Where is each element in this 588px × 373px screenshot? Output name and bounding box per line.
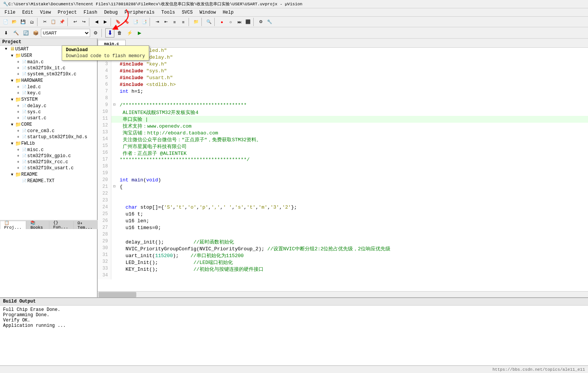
- debug-run-btn[interactable]: ●: [218, 18, 226, 26]
- target-selector[interactable]: USART: [41, 29, 90, 37]
- paste-btn[interactable]: 📌: [58, 18, 66, 26]
- tree-file-startup[interactable]: + 📄 startup_stm32f10x_hd.s: [0, 134, 97, 140]
- window-title: C:\Users\Mistake\Documents\Tencent Files…: [8, 1, 303, 7]
- file-icon-main: 📄: [21, 60, 27, 64]
- code-line-29: 29 delay_init(); //延时函数初始化: [98, 239, 588, 245]
- col-align2-btn[interactable]: ≡: [179, 18, 187, 26]
- menu-item-tools[interactable]: Tools: [158, 9, 178, 16]
- open-btn[interactable]: 📂: [10, 18, 19, 26]
- code-line-17: 17 *************************************…: [98, 157, 588, 164]
- menu-item-svcs[interactable]: SVCS: [179, 9, 196, 16]
- project-tree: ▼ 🖥 USART ▼ 📁 USER + 📄 main.c + 📄: [0, 46, 97, 184]
- unindent-btn[interactable]: ⇤: [162, 18, 170, 26]
- code-line-5: 5 #include "usart.h": [98, 75, 588, 82]
- code-area[interactable]: 1 #include "led.h" 2 #include "delay.h" …: [98, 48, 588, 291]
- tree-group-fwlib[interactable]: ▼ 📁 FWLib: [0, 140, 97, 147]
- debug-step2-btn[interactable]: ⬛: [244, 18, 252, 26]
- bookmark4-btn[interactable]: 📑: [140, 18, 148, 26]
- download-arrow-indicator: [103, 8, 134, 30]
- sep5: [150, 18, 152, 26]
- hscroll-bar[interactable]: [98, 291, 588, 297]
- menu-item-project[interactable]: Project: [55, 9, 80, 16]
- col-align-btn[interactable]: ≡: [170, 18, 179, 26]
- code-line-6: 6 #include <stdlib.h>: [98, 82, 588, 89]
- tree-file-system[interactable]: + 📄 system_stm32f10x.c: [0, 71, 97, 77]
- expand-placeholder-misc: +: [15, 148, 21, 152]
- tab-functions[interactable]: {} Fun...: [49, 221, 73, 229]
- tree-file-usart[interactable]: + 📄 usart.c: [0, 115, 97, 121]
- tree-file-core-cm3[interactable]: + 📄 core_cm3.c: [0, 128, 97, 134]
- tree-file-misc[interactable]: + 📄 misc.c: [0, 147, 97, 153]
- save-btn[interactable]: 💾: [19, 18, 27, 26]
- new-file-btn[interactable]: 📄: [2, 18, 10, 26]
- tree-file-sys[interactable]: + 📄 sys.c: [0, 109, 97, 115]
- tree-file-readmetxt[interactable]: 📄 README.TXT: [0, 178, 97, 184]
- expand-placeholder-sysc: +: [15, 110, 21, 114]
- undo-btn[interactable]: ↩: [71, 18, 79, 26]
- menu-item-flash[interactable]: Flash: [81, 9, 100, 16]
- tree-group-system[interactable]: ▼ 📁 SYSTEM: [0, 96, 97, 103]
- tree-file-delay[interactable]: + 📄 delay.c: [0, 103, 97, 109]
- target-options-btn[interactable]: ⚙: [91, 28, 100, 37]
- options-btn[interactable]: 🔧: [265, 18, 274, 26]
- indent-btn[interactable]: ⇥: [153, 18, 161, 26]
- batch-build-btn[interactable]: 📦: [31, 28, 40, 37]
- copy-btn[interactable]: 📋: [49, 18, 58, 26]
- sep8: [214, 18, 217, 26]
- tree-label-user: USER: [21, 53, 32, 58]
- project-header: Project: [0, 39, 97, 46]
- open-file-btn2[interactable]: 📁: [192, 18, 200, 26]
- cut-btn[interactable]: ✂: [41, 18, 49, 26]
- sep7: [201, 18, 204, 26]
- rebuild-btn[interactable]: 🔄: [21, 28, 30, 37]
- tree-file-gpio[interactable]: + 📄 stm32f10x_gpio.c: [0, 153, 97, 159]
- code-line-20: 20 int main(void): [98, 177, 588, 184]
- menu-item-help[interactable]: Help: [220, 9, 237, 16]
- menu-item-file[interactable]: File: [2, 9, 19, 16]
- settings-btn[interactable]: ⚙: [257, 18, 265, 26]
- tree-group-hardware[interactable]: ▼ 📁 HARDWARE: [0, 77, 97, 84]
- menu-item-edit[interactable]: Edit: [19, 9, 36, 16]
- code-line-33: 33 KEY_Init(); //初始化与按键连接的硬件接口: [98, 266, 588, 273]
- nav-back-btn[interactable]: ◀: [92, 18, 101, 26]
- build-line-1: Full Chip Erase Done.: [3, 307, 585, 312]
- middle-section: Project ▼ 🖥 USART ▼ 📁 USER + 📄 main.c: [0, 39, 588, 297]
- redo-btn[interactable]: ↪: [80, 18, 88, 26]
- folder-icon-fwlib: 📁: [15, 140, 21, 147]
- expand-placeholder-startup: +: [15, 135, 21, 139]
- folder-icon-readme: 📁: [15, 172, 21, 178]
- tab-project[interactable]: 📋 Proj...: [0, 221, 26, 229]
- debug-step-btn[interactable]: ⏭: [235, 18, 243, 26]
- tree-group-core[interactable]: ▼ 📁 CORE: [0, 121, 97, 128]
- tree-file-led[interactable]: + 📄 led.c: [0, 84, 97, 90]
- debug-stop-btn[interactable]: ○: [226, 18, 235, 26]
- load-btn[interactable]: ⬇: [2, 28, 11, 37]
- tooltip-title: Download: [66, 47, 145, 53]
- tree-file-usart2[interactable]: + 📄 stm32f10x_usart.c: [0, 165, 97, 171]
- folder-icon-core: 📁: [15, 122, 21, 128]
- code-line-12: 12 技术支持：www.openedv.com: [98, 123, 588, 130]
- expand-placeholder-gpio: +: [15, 154, 21, 158]
- code-line-19: 19: [98, 170, 588, 177]
- menu-item-view[interactable]: View: [37, 9, 54, 16]
- tree-file-key[interactable]: + 📄 key.c: [0, 90, 97, 96]
- tree-file-rcc[interactable]: + 📄 stm32f10x_rcc.c: [0, 159, 97, 165]
- file-icon-rcc: 📄: [21, 160, 27, 164]
- tab-books[interactable]: 📚 Books: [26, 221, 49, 229]
- expand-placeholder-rcc: +: [15, 160, 21, 164]
- build-line-4: Application running ...: [3, 323, 585, 328]
- menu-bar: FileEditViewProjectFlashDebugPeripherals…: [0, 8, 588, 17]
- code-line-7: 7 int h=1;: [98, 89, 588, 95]
- find-btn[interactable]: 🔍: [205, 18, 213, 26]
- expand-placeholder-delay: +: [15, 104, 21, 108]
- run-debug-btn[interactable]: ▶: [135, 28, 144, 37]
- tree-file-it[interactable]: + 📄 stm32f10x_it.c: [0, 65, 97, 71]
- save-all-btn[interactable]: 🗂: [28, 18, 36, 26]
- download-tooltip: Download Download code to flash memory: [62, 45, 149, 61]
- tab-templates[interactable]: Ω₄ Tem...: [73, 221, 98, 229]
- code-line-9: 9 ⊟ /***********************************…: [98, 102, 588, 109]
- code-line-30: 30 NVIC_PriorityGroupConfig(NVIC_Priorit…: [98, 245, 588, 252]
- build-target-btn[interactable]: 🔨: [11, 28, 20, 37]
- tree-group-readme[interactable]: ▼ 📁 README: [0, 171, 97, 178]
- menu-item-window[interactable]: Window: [197, 9, 219, 16]
